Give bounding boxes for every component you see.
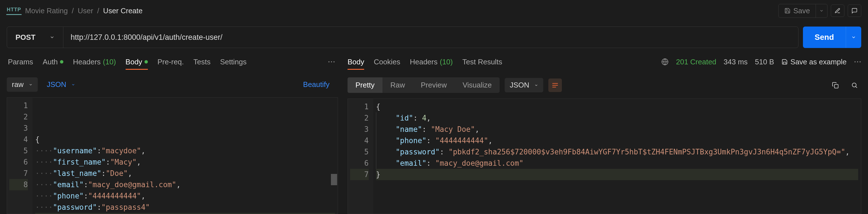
comment-icon <box>851 8 858 14</box>
tabs-more-button[interactable] <box>328 60 338 63</box>
resp-tab-tests[interactable]: Test Results <box>462 58 502 66</box>
globe-icon[interactable] <box>661 58 669 65</box>
view-visualize[interactable]: Visualize <box>455 77 500 93</box>
code-line: "id": 4, <box>376 112 858 124</box>
svg-rect-8 <box>835 84 838 88</box>
response-view-segment: Pretty Raw Preview Visualize <box>347 77 500 93</box>
response-time: 343 ms <box>723 58 747 66</box>
line-number: 1 <box>350 101 369 112</box>
svg-point-2 <box>334 61 335 62</box>
view-preview[interactable]: Preview <box>413 77 455 93</box>
line-number: 6 <box>350 158 369 169</box>
response-lang-select[interactable]: JSON <box>505 78 543 92</box>
line-number: 5 <box>350 146 369 158</box>
wrap-icon <box>552 82 559 88</box>
wrap-lines-button[interactable] <box>548 79 562 92</box>
body-mode-select[interactable]: raw <box>7 77 38 92</box>
code-line: } <box>35 213 335 214</box>
dot-icon <box>145 60 148 63</box>
line-number: 2 <box>350 112 369 124</box>
tab-headers[interactable]: Headers(10) <box>73 58 116 66</box>
save-as-example-button[interactable]: Save as example <box>781 58 846 66</box>
dot-icon <box>60 60 63 63</box>
code-line: { <box>376 101 858 112</box>
line-number: 8 <box>9 179 28 190</box>
code-line: "password": "pbkdf2_sha256$720000$v3eh9F… <box>376 146 858 158</box>
breadcrumb-collection[interactable]: Movie Rating <box>25 6 68 15</box>
code-line: ····"last_name":"Doe", <box>35 168 335 179</box>
line-number: 1 <box>9 100 28 111</box>
code-line: } <box>376 169 858 180</box>
resp-tab-cookies[interactable]: Cookies <box>374 58 400 66</box>
resp-tab-headers[interactable]: Headers(10) <box>410 58 453 66</box>
request-body-editor[interactable]: 12345678 {····"username":"macydoe",····"… <box>7 98 338 214</box>
code-line: ····"phone":"4444444444", <box>35 190 335 202</box>
copy-button[interactable] <box>829 79 842 92</box>
save-button[interactable]: Save <box>779 4 816 18</box>
line-number: 7 <box>9 168 28 179</box>
tab-settings[interactable]: Settings <box>220 58 246 66</box>
breadcrumb-folder[interactable]: User <box>78 6 93 15</box>
pencil-icon <box>835 8 841 14</box>
svg-point-7 <box>860 61 861 62</box>
copy-icon <box>832 82 839 89</box>
breadcrumb: HTTP Movie Rating / User / User Create <box>7 6 143 15</box>
response-status: 201 Created <box>676 58 716 66</box>
http-method-label: POST <box>16 33 35 42</box>
code-line: "phone": "4444444444", <box>376 135 858 146</box>
save-icon <box>784 8 790 14</box>
line-number: 5 <box>9 145 28 156</box>
tab-params[interactable]: Params <box>8 58 33 66</box>
response-body-viewer[interactable]: 1234567 { "id": 4, "name": "Macy Doe", "… <box>347 99 861 214</box>
view-raw[interactable]: Raw <box>382 77 413 93</box>
search-icon <box>851 82 858 89</box>
http-badge: HTTP <box>7 7 21 15</box>
svg-point-0 <box>329 61 330 62</box>
ellipsis-icon <box>328 60 335 63</box>
line-number: 4 <box>9 134 28 145</box>
view-pretty[interactable]: Pretty <box>347 77 382 93</box>
code-line: "name": "Macy Doe", <box>376 124 858 135</box>
save-label: Save <box>794 6 810 15</box>
svg-line-10 <box>856 86 857 88</box>
line-number: 4 <box>350 135 369 146</box>
edit-button[interactable] <box>831 4 844 17</box>
resp-tab-body[interactable]: Body <box>347 58 364 66</box>
line-number: 7 <box>350 169 369 180</box>
line-number: 6 <box>9 156 28 168</box>
send-button[interactable]: Send <box>803 27 846 48</box>
beautify-button[interactable]: Beautify <box>303 80 338 89</box>
tab-prereq[interactable]: Pre-req. <box>157 58 184 66</box>
code-line: "email": "macy_doe@gmail.com" <box>376 158 858 169</box>
chevron-down-icon <box>71 83 75 87</box>
code-line: { <box>35 134 335 145</box>
tab-tests[interactable]: Tests <box>193 58 211 66</box>
send-dropdown[interactable] <box>846 27 861 48</box>
svg-point-5 <box>855 61 856 62</box>
url-input[interactable]: http://127.0.0.1:8000/api/v1/auth/create… <box>63 27 798 48</box>
code-line: ····"password":"passpass4" <box>35 202 335 213</box>
code-line: ····"email":"macy_doe@gmail.com", <box>35 179 335 190</box>
body-lang-select[interactable]: JSON <box>42 77 80 92</box>
save-icon <box>781 59 788 65</box>
line-number: 2 <box>9 111 28 123</box>
tab-body[interactable]: Body <box>126 58 148 66</box>
http-method-select[interactable]: POST <box>7 27 63 48</box>
ellipsis-icon[interactable] <box>854 60 861 63</box>
line-number: 3 <box>9 123 28 134</box>
chevron-down-icon <box>50 35 55 40</box>
chevron-down-icon <box>819 8 824 13</box>
breadcrumb-current: User Create <box>103 6 143 15</box>
chevron-down-icon <box>534 83 538 87</box>
line-number: 3 <box>350 124 369 135</box>
search-button[interactable] <box>848 79 861 92</box>
save-dropdown[interactable] <box>816 4 827 18</box>
svg-point-6 <box>857 61 858 62</box>
comment-button[interactable] <box>848 4 861 17</box>
chevron-down-icon <box>29 83 33 87</box>
chevron-down-icon <box>851 35 856 40</box>
code-line: ····"first_name":"Macy", <box>35 156 335 168</box>
tab-auth[interactable]: Auth <box>43 58 64 66</box>
response-size: 510 B <box>755 58 774 66</box>
svg-point-1 <box>331 61 332 62</box>
